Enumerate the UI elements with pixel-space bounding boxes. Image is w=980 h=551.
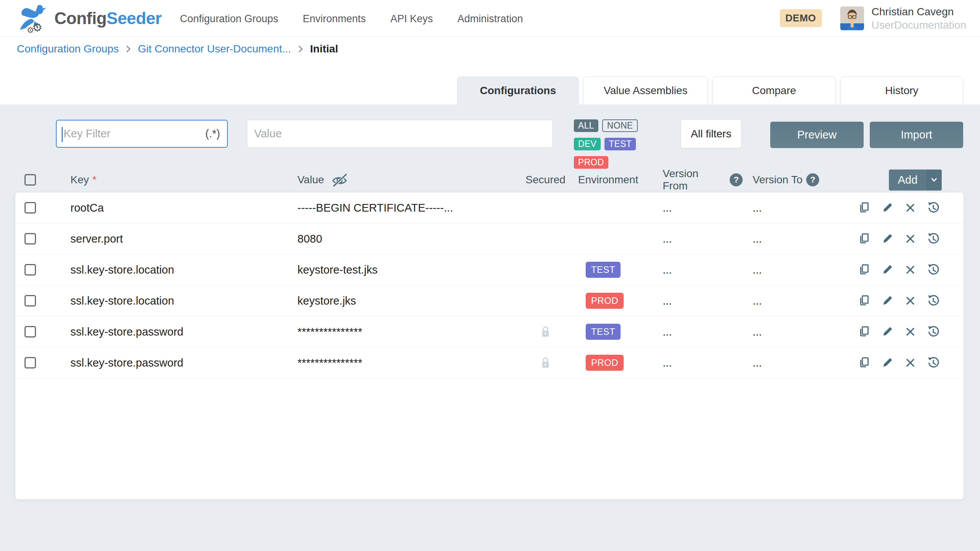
configurations-table: rootCa -----BEGIN CERTIFICATE-----... ..… xyxy=(15,192,964,499)
version-from-help-icon[interactable]: ? xyxy=(730,173,743,186)
history-icon[interactable] xyxy=(927,294,940,307)
row-checkbox[interactable] xyxy=(24,264,36,276)
svg-text:⚙: ⚙ xyxy=(27,26,34,34)
nav-administration[interactable]: Administration xyxy=(457,13,523,25)
breadcrumb: Configuration Groups Git Connector User-… xyxy=(0,37,980,61)
history-icon[interactable] xyxy=(927,356,940,369)
user-avatar[interactable] xyxy=(840,7,864,30)
tabs-row: Configurations Value Assemblies Compare … xyxy=(0,61,980,104)
user-name: Christian Cavegn xyxy=(872,5,966,18)
copy-icon[interactable] xyxy=(858,294,871,307)
brand-logo[interactable]: ⚙ ⚙ ConfigSeeder xyxy=(17,2,162,34)
key-filter-input[interactable] xyxy=(64,127,201,140)
eye-slash-icon[interactable] xyxy=(331,173,348,187)
text-caret xyxy=(62,127,63,142)
avatar-image xyxy=(840,7,864,30)
preview-button[interactable]: Preview xyxy=(770,122,864,148)
nav-configuration-groups[interactable]: Configuration Groups xyxy=(180,13,278,25)
required-asterisk: * xyxy=(92,174,96,186)
table-row[interactable]: server.port 8080 ... ... xyxy=(15,223,964,254)
column-version-to: Version To ? xyxy=(743,173,835,186)
config-key: ssl.key-store.password xyxy=(70,326,297,338)
breadcrumb-configuration-groups[interactable]: Configuration Groups xyxy=(17,43,119,55)
version-from-cell: ... xyxy=(655,202,743,214)
add-button[interactable]: Add xyxy=(889,170,942,191)
breadcrumb-configuration-group[interactable]: Git Connector User-Document... xyxy=(138,43,291,55)
table-row[interactable]: ssl.key-store.location keystore-test.jks… xyxy=(15,254,964,285)
config-value: *************** xyxy=(297,326,517,338)
version-from-cell: ... xyxy=(655,326,743,338)
chip-none[interactable]: NONE xyxy=(602,119,638,132)
demo-badge: DEMO xyxy=(780,9,822,27)
chip-dev[interactable]: DEV xyxy=(574,138,601,150)
column-value: Value xyxy=(297,173,517,187)
history-icon[interactable] xyxy=(927,232,940,245)
tab-value-assemblies[interactable]: Value Assemblies xyxy=(583,77,708,104)
delete-icon[interactable] xyxy=(904,325,917,338)
config-value: -----BEGIN CERTIFICATE-----... xyxy=(297,202,517,214)
chip-test[interactable]: TEST xyxy=(604,138,636,150)
table-row[interactable]: ssl.key-store.password *************** T… xyxy=(15,316,964,347)
import-button[interactable]: Import xyxy=(870,122,963,148)
delete-icon[interactable] xyxy=(904,232,917,245)
environment-filter-chips: ALL NONE DEV TEST PROD xyxy=(574,119,666,169)
copy-icon[interactable] xyxy=(858,201,871,214)
copy-icon[interactable] xyxy=(858,232,871,245)
delete-icon[interactable] xyxy=(904,294,917,307)
breadcrumb-separator-icon xyxy=(297,44,304,54)
column-version-from: Version From ? xyxy=(655,168,743,192)
tab-compare[interactable]: Compare xyxy=(712,77,836,104)
row-checkbox[interactable] xyxy=(24,326,36,337)
row-checkbox[interactable] xyxy=(24,357,36,368)
breadcrumb-separator-icon xyxy=(125,44,132,54)
environment-badge: PROD xyxy=(586,293,624,309)
history-icon[interactable] xyxy=(927,263,940,276)
table-row[interactable]: ssl.key-store.location keystore.jks PROD… xyxy=(15,285,964,316)
tab-history[interactable]: History xyxy=(840,77,963,104)
copy-icon[interactable] xyxy=(858,325,871,338)
version-to-help-icon[interactable]: ? xyxy=(806,173,819,186)
copy-icon[interactable] xyxy=(858,263,871,276)
add-dropdown-toggle[interactable] xyxy=(926,170,942,191)
user-info[interactable]: Christian Cavegn UserDocumentation xyxy=(872,5,966,32)
edit-icon[interactable] xyxy=(881,201,894,214)
select-all-checkbox[interactable] xyxy=(24,174,36,186)
config-value: *************** xyxy=(297,357,517,369)
chip-all[interactable]: ALL xyxy=(574,119,598,132)
table-row[interactable]: ssl.key-store.password *************** P… xyxy=(15,347,964,378)
row-checkbox[interactable] xyxy=(24,202,36,214)
add-button-label[interactable]: Add xyxy=(889,170,926,191)
history-icon[interactable] xyxy=(927,201,940,214)
tab-configurations[interactable]: Configurations xyxy=(457,77,579,104)
edit-icon[interactable] xyxy=(881,325,894,338)
edit-icon[interactable] xyxy=(881,294,894,307)
row-checkbox[interactable] xyxy=(24,233,36,245)
delete-icon[interactable] xyxy=(904,201,917,214)
edit-icon[interactable] xyxy=(881,356,894,369)
nav-environments[interactable]: Environments xyxy=(303,13,366,25)
table-header: Key * Value Secured Environment Version … xyxy=(15,167,964,192)
delete-icon[interactable] xyxy=(904,356,917,369)
column-key: Key * xyxy=(70,174,297,186)
brand-name: ConfigSeeder xyxy=(54,9,162,28)
edit-icon[interactable] xyxy=(881,232,894,245)
chevron-down-icon xyxy=(929,175,939,185)
version-from-cell: ... xyxy=(655,233,743,245)
copy-icon[interactable] xyxy=(858,356,871,369)
breadcrumb-current-version: Initial xyxy=(310,43,338,55)
row-checkbox[interactable] xyxy=(24,295,36,306)
table-row[interactable]: rootCa -----BEGIN CERTIFICATE-----... ..… xyxy=(15,192,964,223)
environment-cell: PROD xyxy=(574,355,655,371)
delete-icon[interactable] xyxy=(904,263,917,276)
edit-icon[interactable] xyxy=(881,263,894,276)
version-from-cell: ... xyxy=(655,264,743,276)
history-icon[interactable] xyxy=(927,325,940,338)
version-to-cell: ... xyxy=(743,264,835,276)
config-key: ssl.key-store.location xyxy=(70,264,297,276)
nav-api-keys[interactable]: API Keys xyxy=(390,13,433,25)
value-filter-input[interactable] xyxy=(254,127,546,140)
config-value: keystore-test.jks xyxy=(297,264,517,276)
all-filters-button[interactable]: All filters xyxy=(681,119,742,148)
tab-bar: Configurations Value Assemblies Compare … xyxy=(457,77,963,104)
version-to-cell: ... xyxy=(743,233,835,245)
